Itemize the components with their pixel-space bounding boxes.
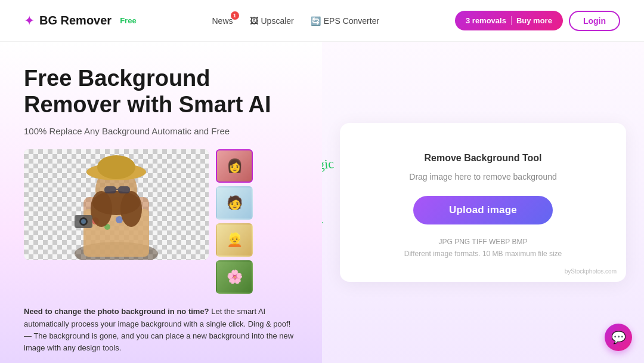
logo-free-badge: Free (120, 16, 136, 25)
logo-text: BG Remover (39, 14, 112, 27)
logo-area: ✦ BG Remover Free (24, 13, 137, 29)
nav-news[interactable]: News 1 (212, 16, 233, 26)
thumb1-icon: 👩 (217, 150, 252, 182)
hero-subtitle: 100% Replace Any Background Automatic an… (24, 126, 298, 136)
chat-icon: 💬 (611, 330, 626, 344)
desc-strong: Need to change the photo background in n… (24, 307, 209, 316)
demo-area: 👩 🧑 👱 🌸 (24, 149, 298, 294)
card-title: Remove Background Tool (424, 153, 541, 164)
nav-upscaler[interactable]: 🖼 Upscaler (250, 16, 294, 26)
logo-icon: ✦ (24, 13, 35, 29)
svg-point-17 (81, 219, 86, 224)
header-right: 3 removals Buy more Login (455, 11, 620, 31)
upload-card: Try the magic technology now! Remove Bac… (340, 123, 626, 282)
description-text: Need to change the photo background in n… (24, 306, 298, 354)
svg-rect-13 (118, 186, 130, 193)
main-content: Free Background Remover with Smart AI 10… (0, 42, 644, 363)
hero-title: Free Background Remover with Smart AI (24, 66, 298, 118)
svg-point-8 (91, 191, 112, 227)
thumbnail-2[interactable]: 🧑 (216, 186, 253, 220)
chat-bubble-button[interactable]: 💬 (605, 324, 632, 351)
buy-more-label: Buy more (516, 16, 552, 25)
drag-text: Drag image here to remove background (409, 172, 556, 182)
eps-label: EPS Converter (324, 16, 379, 26)
header: ✦ BG Remover Free News 1 🖼 Upscaler 🔄 EP… (0, 0, 644, 42)
removals-count: 3 removals (466, 16, 512, 25)
thumb3-icon: 👱 (217, 224, 252, 256)
news-label: News (212, 16, 233, 26)
upload-image-button[interactable]: Upload image (413, 196, 553, 224)
nav: News 1 🖼 Upscaler 🔄 EPS Converter (212, 16, 379, 26)
removals-buy-button[interactable]: 3 removals Buy more (455, 11, 563, 30)
upscaler-label: Upscaler (261, 16, 294, 26)
svg-rect-12 (104, 186, 116, 193)
formats-text: JPG PNG TIFF WEBP BMP (439, 238, 528, 246)
eps-icon: 🔄 (311, 16, 321, 26)
nav-eps-converter[interactable]: 🔄 EPS Converter (311, 16, 379, 26)
thumb4-icon: 🌸 (217, 262, 252, 293)
thumbnail-1[interactable]: 👩 (216, 149, 253, 183)
upscaler-icon: 🖼 (250, 16, 258, 26)
news-badge: 1 (231, 11, 239, 20)
thumbnail-3[interactable]: 👱 (216, 223, 253, 257)
thumb2-icon: 🧑 (217, 187, 252, 219)
thumbnail-4[interactable]: 🌸 (216, 260, 253, 294)
stockphoto-credit: byStockphotos.com (565, 268, 617, 275)
login-button[interactable]: Login (569, 11, 620, 31)
left-section: Free Background Remover with Smart AI 10… (0, 42, 322, 363)
svg-point-11 (97, 155, 135, 179)
main-demo-image (24, 149, 209, 260)
right-section: Try the magic technology now! Remove Bac… (322, 42, 644, 363)
thumbnails-column: 👩 🧑 👱 🌸 (216, 149, 253, 294)
max-size-text: Different image formats. 10 MB maximum f… (404, 250, 562, 258)
woman-svg (24, 149, 209, 260)
svg-point-9 (120, 191, 142, 227)
